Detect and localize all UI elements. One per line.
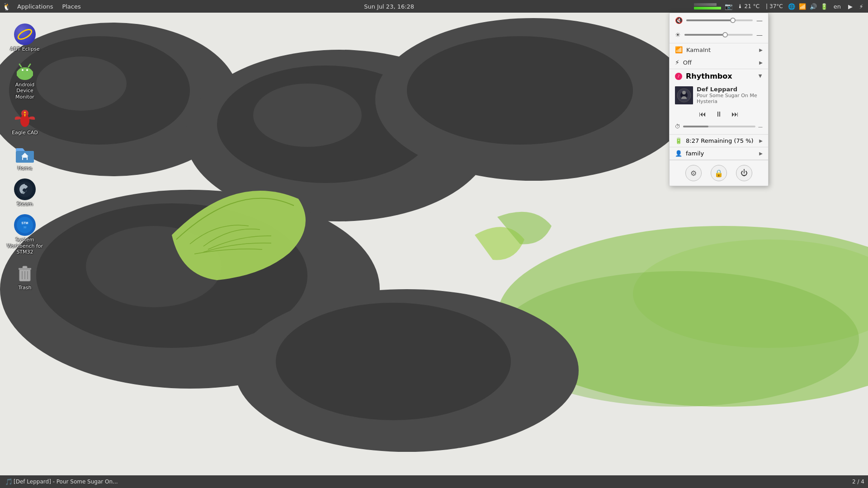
home-folder-icon[interactable]: Home — [5, 141, 45, 173]
next-button[interactable]: ⏭ — [730, 109, 741, 120]
svg-rect-21 — [17, 71, 19, 76]
top-panel: 🐧 Applications Places Sun Jul 23, 16:28 … — [0, 0, 868, 13]
volume-slider-track[interactable] — [686, 19, 753, 21]
thermometer-icon: | — [766, 3, 768, 9]
eagle-cad-icon[interactable]: Eagle CAD — [5, 105, 45, 137]
eagle-image — [14, 107, 36, 129]
trash-icon-desktop[interactable]: Trash — [5, 260, 45, 292]
brightness-slider-fill — [684, 34, 726, 36]
distro-icon[interactable]: 🐧 — [2, 1, 12, 11]
brightness-slider-right: — — [756, 31, 763, 38]
network-speed-widget — [694, 3, 721, 9]
screenshot-icon[interactable]: 📷 — [724, 1, 734, 11]
prev-button[interactable]: ⏮ — [697, 109, 708, 120]
places-menu[interactable]: Places — [58, 2, 84, 11]
bottom-panel: 🎵 [Def Leppard] - Pour Some Sugar On... … — [0, 475, 868, 488]
sys-menu-icon[interactable]: ⚡ — [856, 1, 866, 11]
steam-label: Steam — [17, 201, 33, 207]
settings-button[interactable]: ⚙ — [685, 165, 702, 181]
stm32-label: System Workbench for STM32 — [6, 237, 43, 255]
brightness-slider-track[interactable] — [684, 34, 753, 36]
adt-eclipse-icon[interactable]: ADT Eclipse — [5, 22, 45, 54]
volume-icon[interactable]: 🔊 — [808, 1, 818, 11]
svg-rect-24 — [25, 75, 28, 79]
rhythmbox-label: Rhythmbox — [686, 72, 732, 80]
album-art — [675, 86, 693, 104]
wifi-icon[interactable]: 📶 — [797, 1, 807, 11]
stm32-image: STM 32 — [14, 214, 36, 236]
language-selector[interactable]: en — [830, 2, 844, 11]
steam-graphic — [14, 178, 36, 200]
settings-icon: ⚙ — [690, 169, 697, 178]
adt-eclipse-graphic — [14, 23, 36, 45]
svg-point-6 — [36, 56, 127, 111]
svg-line-20 — [28, 64, 30, 67]
now-playing: Def Leppard Pour Some Sugar On Me Hyster… — [670, 83, 768, 107]
battery-row[interactable]: 🔋 8:27 Remaining (75 %) ▶ — [670, 135, 768, 147]
svg-point-11 — [407, 36, 633, 145]
adt-eclipse-label: ADT Eclipse — [10, 46, 40, 52]
volume-row[interactable]: 🔇 — — [670, 13, 768, 28]
applications-menu[interactable]: Applications — [14, 2, 57, 11]
steam-icon[interactable]: Steam — [5, 177, 45, 209]
track-info: Def Leppard Pour Some Sugar On Me Hyster… — [697, 86, 763, 104]
wifi-row-icon: 📶 — [675, 46, 683, 53]
android-device-monitor-icon[interactable]: Android Device Monitor — [5, 57, 45, 102]
user-row[interactable]: 👤 family ▶ — [670, 147, 768, 160]
temp2-value: 37°C — [769, 3, 783, 9]
battery-chevron: ▶ — [759, 138, 763, 143]
datetime-display: Sun Jul 23, 16:28 — [364, 3, 414, 10]
adt-eclipse-image — [14, 23, 36, 45]
bottom-tray-icon[interactable]: 🎵 — [4, 477, 14, 487]
progress-row[interactable]: ⏱ — — [670, 122, 768, 135]
home-image — [14, 143, 36, 164]
volume-slider-icon: 🔇 — [675, 17, 683, 24]
power-button[interactable]: ⏻ — [736, 165, 752, 181]
rhythmbox-row[interactable]: ♪ Rhythmbox ▶ — [670, 69, 768, 83]
brightness-slider-handle — [722, 32, 728, 38]
battery-icon[interactable]: 🔋 — [819, 1, 829, 11]
stm32-icon[interactable]: STM 32 System Workbench for STM32 — [5, 212, 45, 257]
svg-line-19 — [19, 64, 21, 67]
brightness-row[interactable]: ☀ — — [670, 28, 768, 43]
pause-button[interactable]: ⏸ — [713, 109, 724, 120]
lock-button[interactable]: 🔒 — [711, 165, 727, 181]
popup-action-buttons: ⚙ 🔒 ⏻ — [670, 160, 768, 186]
android-image — [14, 59, 36, 81]
brightness-slider-icon: ☀ — [675, 31, 681, 38]
svg-point-9 — [253, 84, 362, 147]
panel-right: 📷 🌡 21 °C | 37°C 🌐 📶 🔊 🔋 en ▶ ⚡ — [694, 1, 868, 11]
progress-bar[interactable] — [683, 126, 755, 127]
android-monitor-label: Android Device Monitor — [6, 82, 43, 100]
progress-chevron: — — [758, 124, 763, 129]
svg-point-34 — [17, 217, 33, 233]
home-label: Home — [18, 165, 32, 171]
svg-text:32: 32 — [24, 226, 27, 229]
network-icon[interactable]: 🌐 — [787, 1, 797, 11]
volume-slider-icon-right: — — [756, 17, 763, 24]
eagle-cad-label: Eagle CAD — [12, 130, 38, 136]
stm32-graphic: STM 32 — [14, 214, 36, 236]
panel-center: Sun Jul 23, 16:28 — [85, 3, 694, 10]
battery-label: 8:27 Remaining (75 %) — [686, 137, 754, 144]
wifi-chevron: ▶ — [759, 47, 763, 52]
user-icon: 👤 — [675, 150, 682, 157]
wifi-row[interactable]: 📶 KamaInt ▶ — [670, 43, 768, 56]
bluetooth-row[interactable]: ⚡ Off ▶ — [670, 56, 768, 69]
desktop-icons: ADT Eclipse — [0, 18, 50, 296]
bluetooth-label: Off — [683, 59, 692, 66]
trash-label: Trash — [18, 285, 31, 291]
svg-rect-22 — [30, 71, 33, 76]
volume-slider-fill — [686, 19, 733, 21]
playback-controls: ⏮ ⏸ ⏭ — [670, 107, 768, 122]
svg-point-25 — [22, 69, 24, 71]
svg-rect-18 — [19, 70, 31, 76]
svg-point-16 — [276, 303, 511, 420]
progress-fill — [683, 126, 708, 127]
power-icon: ⏻ — [741, 169, 748, 177]
bottom-task-label: [Def Leppard] - Pour Some Sugar On... — [14, 479, 852, 485]
progress-icon: ⏱ — [675, 123, 680, 130]
music-icon[interactable]: ▶ — [845, 1, 855, 11]
temp1-value: 21 °C — [745, 3, 760, 9]
svg-point-29 — [24, 112, 26, 113]
